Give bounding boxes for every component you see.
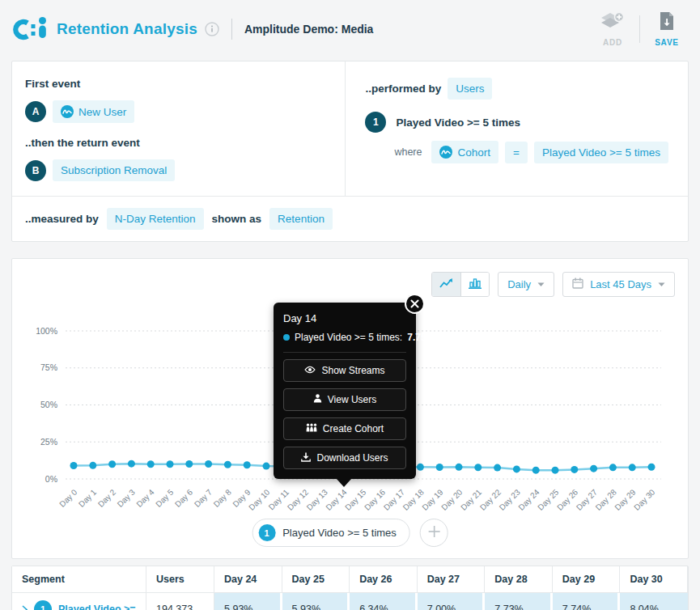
data-point-day-8[interactable] — [224, 461, 231, 468]
where-property: Cohort — [457, 146, 490, 159]
series-color-dot — [283, 334, 290, 341]
x-axis-label: Day 10 — [247, 487, 271, 511]
performed-by-label: ..performed by — [365, 83, 441, 95]
data-point-day-29[interactable] — [629, 464, 636, 471]
show-streams-button[interactable]: Show Streams — [283, 359, 406, 382]
x-axis-label: Day 8 — [212, 487, 234, 509]
add-button[interactable]: ADD — [594, 11, 631, 47]
data-point-day-18[interactable] — [417, 464, 424, 471]
data-point-day-20[interactable] — [456, 464, 463, 471]
retention-cell: 5.93% — [214, 593, 282, 610]
column-header: Day 26 — [350, 566, 418, 593]
chart-legend: 1 Played Video >= 5 times — [252, 519, 448, 547]
create-cohort-button[interactable]: Create Cohort — [283, 417, 406, 440]
plus-icon — [427, 525, 440, 541]
amplitude-event-icon — [61, 105, 74, 118]
column-header: Day 28 — [485, 566, 553, 593]
data-point-day-1[interactable] — [89, 462, 96, 469]
first-event-label: First event — [25, 78, 332, 90]
y-axis-label: 50% — [40, 400, 57, 409]
data-point-day-28[interactable] — [609, 464, 617, 471]
data-point-day-10[interactable] — [263, 463, 270, 470]
retention-cell: 7.00% — [418, 593, 486, 610]
data-point-day-25[interactable] — [552, 467, 559, 474]
x-axis-label: Day 6 — [173, 487, 195, 509]
data-point-day-19[interactable] — [436, 464, 443, 471]
shown-as-value: Retention — [278, 213, 325, 225]
save-document-icon — [660, 11, 674, 34]
workspace-name: Amplitude Demo: Media — [244, 23, 373, 36]
retention-cell: 7.73% — [485, 593, 553, 610]
data-point-day-3[interactable] — [128, 460, 135, 468]
data-point-day-0[interactable] — [70, 462, 78, 469]
view-users-button[interactable]: View Users — [283, 388, 406, 411]
download-users-button[interactable]: Download Users — [283, 447, 406, 469]
column-header: Segment — [12, 566, 146, 593]
date-range-value: Last 45 Days — [590, 278, 651, 290]
column-header: Day 27 — [418, 566, 486, 593]
results-table: Segment Users Day 24 Day 25 Day 26 Day 2… — [11, 566, 689, 610]
y-axis-label: 25% — [40, 437, 57, 447]
create-cohort-label: Create Cohort — [323, 423, 384, 434]
event-a-badge: A — [25, 101, 46, 122]
column-header: Day 24 — [214, 566, 282, 593]
info-icon[interactable] — [205, 22, 219, 36]
where-operator-pill[interactable]: = — [505, 142, 528, 163]
line-chart-toggle-button[interactable] — [432, 273, 460, 296]
legend-series-pill[interactable]: 1 Played Video >= 5 times — [252, 519, 410, 547]
event-b-pill[interactable]: Subscription Removal — [53, 159, 175, 181]
tooltip-title: Day 14 — [283, 312, 406, 324]
where-value-pill[interactable]: Played Video >= 5 times — [534, 142, 668, 163]
x-axis-label: Day 30 — [632, 487, 656, 511]
shown-as-pill[interactable]: Retention — [269, 208, 333, 230]
shown-as-label: shown as — [212, 213, 262, 225]
line-chart-icon — [439, 277, 453, 292]
data-point-day-4[interactable] — [147, 460, 155, 468]
chart-panel: Daily Last 45 Days 0%25%50%75%100%Day 0D… — [11, 258, 689, 559]
page-title: Retention Analysis — [57, 20, 197, 38]
data-point-day-5[interactable] — [167, 460, 174, 468]
performed-by-pill[interactable]: Users — [448, 78, 492, 100]
where-label: where — [394, 146, 422, 158]
close-icon[interactable] — [405, 294, 425, 314]
query-config-panel: First event A New User ..then the return… — [11, 61, 689, 242]
data-point-day-24[interactable] — [532, 467, 540, 474]
data-point-day-23[interactable] — [513, 465, 520, 472]
where-property-pill[interactable]: Cohort — [431, 141, 498, 163]
legend-series-badge: 1 — [258, 524, 275, 541]
segment-badge: 1 — [365, 112, 386, 133]
download-icon — [301, 452, 311, 464]
data-point-day-7[interactable] — [205, 460, 212, 468]
segment-row-name[interactable]: Played Video >= 5 t... — [58, 604, 136, 610]
data-point-day-2[interactable] — [108, 460, 116, 468]
retention-cell: 8.04% — [620, 593, 688, 610]
event-a-pill[interactable]: New User — [53, 100, 134, 123]
bar-chart-toggle-button[interactable] — [460, 273, 489, 296]
data-point-day-30[interactable] — [648, 464, 655, 471]
where-operator: = — [513, 146, 520, 159]
data-point-day-9[interactable] — [244, 461, 251, 468]
segment-cell[interactable]: 1 Played Video >= 5 t... — [12, 593, 146, 610]
download-users-label: Download Users — [316, 452, 388, 464]
data-point-day-21[interactable] — [474, 464, 482, 471]
add-segment-button[interactable] — [420, 519, 448, 547]
data-point-day-27[interactable] — [590, 465, 597, 472]
measured-by-pill[interactable]: N-Day Retention — [107, 208, 204, 230]
app-header: Retention Analysis Amplitude Demo: Media… — [0, 0, 700, 58]
measured-by-section: ..measured by N-Day Retention shown as R… — [12, 196, 688, 241]
user-icon — [313, 394, 322, 405]
interval-dropdown[interactable]: Daily — [498, 272, 554, 297]
data-point-day-6[interactable] — [185, 460, 193, 468]
legend-series-label: Played Video >= 5 times — [282, 527, 397, 539]
add-label: ADD — [603, 38, 622, 47]
tooltip-series-label: Played Video >= 5 times: — [295, 332, 402, 343]
save-button[interactable]: SAVE — [648, 11, 685, 47]
data-point-day-22[interactable] — [494, 464, 501, 472]
data-point-day-26[interactable] — [571, 466, 578, 473]
date-range-dropdown[interactable]: Last 45 Days — [562, 272, 675, 297]
chart-type-toggle — [431, 272, 490, 297]
eye-icon — [304, 365, 316, 376]
chevron-right-icon[interactable] — [22, 605, 28, 610]
segment-name: Played Video >= 5 times — [396, 116, 520, 129]
x-axis-label: Day 0 — [57, 487, 79, 509]
